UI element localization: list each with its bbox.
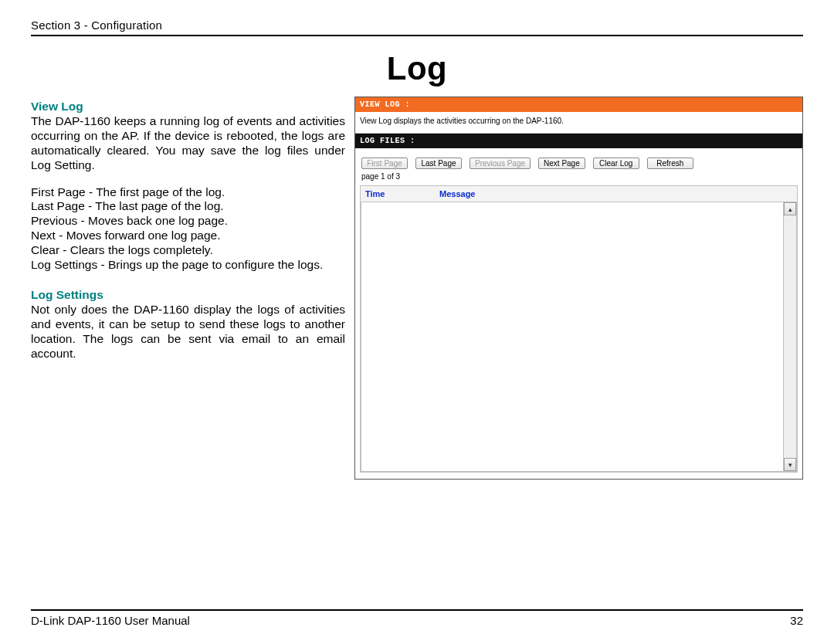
view-log-paragraph: The DAP-1160 keeps a running log of even… [31, 114, 345, 173]
right-column: VIEW LOG : View Log displays the activit… [354, 97, 803, 480]
log-table-header: Time Message [361, 186, 797, 202]
log-table-body: ▴ ▾ [361, 202, 797, 472]
scroll-down-arrow-icon[interactable]: ▾ [784, 458, 796, 471]
section-header: Section 3 - Configuration [31, 19, 803, 36]
column-message: Message [435, 186, 797, 202]
panel-black-title: LOG FILES : [355, 134, 802, 148]
log-table: Time Message ▴ ▾ [360, 185, 798, 473]
clear-log-button[interactable]: Clear Log [593, 158, 639, 169]
refresh-button[interactable]: Refresh [647, 158, 693, 169]
first-page-button[interactable]: First Page [361, 158, 408, 169]
log-settings-paragraph: Not only does the DAP-1160 display the l… [31, 303, 345, 361]
log-button-row: First Page Last Page Previous Page Next … [361, 158, 798, 169]
column-time: Time [361, 186, 435, 202]
last-page-line: Last Page - The last page of the log. [31, 199, 345, 214]
panel-body: First Page Last Page Previous Page Next … [355, 148, 802, 479]
previous-line: Previous - Moves back one log page. [31, 214, 345, 229]
previous-page-button[interactable]: Previous Page [470, 158, 531, 169]
footer-page-number: 32 [790, 614, 803, 627]
manual-page: Section 3 - Configuration Log View Log T… [0, 0, 834, 644]
scroll-up-arrow-icon[interactable]: ▴ [784, 202, 796, 215]
footer-manual-name: D-Link DAP-1160 User Manual [31, 614, 190, 627]
page-title: Log [31, 50, 803, 87]
log-settings-line: Log Settings - Brings up the page to con… [31, 258, 345, 273]
log-scrollbar[interactable]: ▴ ▾ [783, 202, 796, 471]
panel-orange-title: VIEW LOG : [355, 97, 802, 112]
page-footer: D-Link DAP-1160 User Manual 32 [31, 609, 803, 627]
router-view-log-panel: VIEW LOG : View Log displays the activit… [354, 97, 803, 480]
first-page-line: First Page - The first page of the log. [31, 185, 345, 200]
panel-description: View Log displays the activities occurri… [355, 112, 802, 134]
clear-line: Clear - Clears the logs completely. [31, 243, 345, 258]
log-settings-heading: Log Settings [31, 288, 345, 303]
content-area: View Log The DAP-1160 keeps a running lo… [31, 97, 803, 480]
next-page-button[interactable]: Next Page [538, 158, 585, 169]
page-indicator: page 1 of 3 [361, 172, 798, 181]
view-log-heading: View Log [31, 100, 345, 114]
scroll-track[interactable] [784, 215, 796, 458]
left-column: View Log The DAP-1160 keeps a running lo… [31, 97, 345, 480]
last-page-button[interactable]: Last Page [415, 158, 462, 169]
next-line: Next - Moves forward one log page. [31, 229, 345, 243]
